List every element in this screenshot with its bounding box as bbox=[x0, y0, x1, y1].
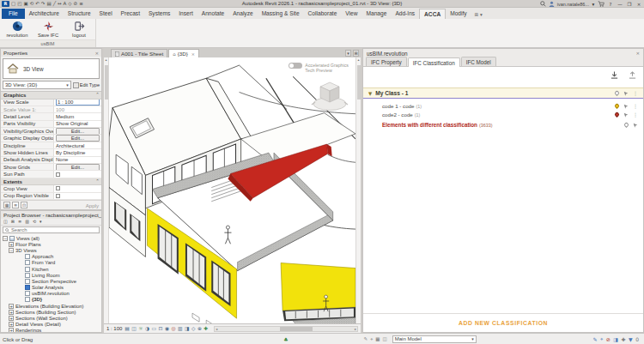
open-file-icon[interactable]: ◰ bbox=[17, 1, 21, 7]
filter-count[interactable]: 0 bbox=[635, 336, 639, 342]
undo-icon[interactable]: ↶ bbox=[35, 1, 39, 7]
visual-style-icon[interactable]: ◫ bbox=[131, 325, 136, 333]
cart-icon[interactable] bbox=[598, 1, 605, 7]
select-elements-icon[interactable] bbox=[623, 112, 629, 118]
type-selector[interactable]: 3D View bbox=[3, 58, 100, 79]
property-row[interactable]: Crop Region Visible bbox=[1, 193, 101, 200]
editable-only-icon[interactable]: ✎ bbox=[364, 336, 368, 342]
ribbon-tab[interactable]: Precast bbox=[117, 9, 144, 19]
graphics-section-header[interactable]: Graphicsˆ bbox=[1, 92, 101, 100]
properties-pin-icon[interactable]: ⊡ bbox=[21, 202, 27, 208]
measure-icon[interactable]: ╱ bbox=[53, 1, 56, 7]
property-row[interactable]: Default Analysis Display... None bbox=[1, 157, 101, 164]
color-drop-icon[interactable] bbox=[614, 90, 620, 96]
browser-settings-icon[interactable]: ▾ bbox=[39, 219, 42, 225]
tree-item[interactable]: + Sections (Wall Section) bbox=[1, 315, 101, 321]
tab-list-icon[interactable]: ▾ bbox=[345, 50, 351, 57]
property-checkbox[interactable] bbox=[56, 172, 60, 177]
property-row[interactable]: Parts Visibility Show Original bbox=[1, 121, 101, 128]
tree-item[interactable]: From Yard bbox=[1, 260, 101, 266]
tree-expander[interactable]: + bbox=[9, 310, 14, 315]
tree-expander[interactable]: + bbox=[9, 316, 14, 321]
tree-expander[interactable]: + bbox=[9, 328, 14, 332]
tree-expander[interactable]: + bbox=[9, 242, 14, 247]
tree-item[interactable]: Approach bbox=[1, 254, 101, 260]
properties-help-icon[interactable]: ▦ bbox=[3, 202, 10, 208]
tree-item[interactable]: Solar Analysis bbox=[1, 285, 101, 291]
user-avatar-icon[interactable] bbox=[549, 1, 555, 7]
classification-item[interactable]: code2 - code (1) ⋮ bbox=[382, 111, 638, 118]
tree-item[interactable]: Living Room bbox=[1, 272, 101, 278]
classification-item[interactable]: code 1 - code (1) ⋮ bbox=[382, 102, 638, 110]
apply-button[interactable]: Apply bbox=[86, 202, 99, 208]
show-crop-icon[interactable]: ⊡ bbox=[159, 325, 163, 333]
chevron-down-icon[interactable]: ▼ bbox=[368, 91, 372, 96]
property-checkbox[interactable] bbox=[56, 186, 60, 190]
tree-item[interactable]: − Views (all) bbox=[1, 235, 101, 241]
color-drop-icon[interactable] bbox=[614, 112, 620, 118]
property-row[interactable]: Visibility/Graphics Over... Edit... bbox=[1, 128, 101, 135]
ribbon-tab[interactable]: View bbox=[341, 9, 361, 19]
revit-logo-icon[interactable]: R bbox=[2, 1, 9, 7]
browser-sheet-icon[interactable]: ▥ bbox=[25, 219, 29, 225]
temporary-hide-icon[interactable]: ◉ bbox=[165, 325, 169, 333]
view-cube[interactable] bbox=[309, 76, 350, 112]
extents-section-header[interactable]: Extentsˆ bbox=[1, 178, 101, 186]
save-icon[interactable]: ▣ bbox=[23, 1, 27, 7]
constraints-icon[interactable]: ⊕ bbox=[197, 325, 202, 333]
tree-expander[interactable]: + bbox=[9, 304, 14, 309]
user-dropdown-caret-icon[interactable]: ▾ bbox=[592, 2, 595, 7]
different-classification-row[interactable]: Elements with different classification (… bbox=[363, 120, 643, 130]
select-underlay-filter-icon[interactable]: ⌖ bbox=[600, 335, 603, 342]
properties-close-icon[interactable]: × bbox=[94, 51, 99, 56]
classification-group-header[interactable]: ▼ My Class - 1 ⋮ bbox=[363, 88, 643, 99]
save-ifc-button[interactable]: Save IFC bbox=[34, 19, 62, 39]
reveal-hidden-icon[interactable]: ◎ bbox=[172, 325, 176, 333]
more-options-icon[interactable]: ⋮ bbox=[633, 112, 638, 118]
select-elements-icon[interactable] bbox=[623, 91, 629, 96]
select-links-filter-icon[interactable]: ✎ bbox=[592, 336, 597, 342]
usbim-tab[interactable]: IFC Model bbox=[461, 57, 496, 66]
design-options-dropdown[interactable]: Main Model ▾ bbox=[392, 335, 477, 343]
tree-item[interactable]: + Elevations (Building Elevation) bbox=[1, 303, 101, 309]
crop-view-icon[interactable]: ▭ bbox=[152, 325, 156, 333]
tree-item[interactable]: − 3D Views bbox=[1, 247, 101, 253]
ribbon-tab[interactable]: Massing & Site bbox=[258, 9, 304, 19]
tab-title-sheet[interactable]: A001 - Title Sheet bbox=[111, 49, 167, 57]
edit-type-button[interactable]: Edit Type bbox=[73, 82, 100, 88]
tree-item[interactable]: + Renderings bbox=[1, 328, 101, 332]
temporary-view-properties-icon[interactable]: ◨ bbox=[185, 325, 189, 333]
tree-expander[interactable]: + bbox=[9, 322, 14, 327]
filter-icon[interactable]: ▼ bbox=[629, 336, 633, 342]
thin-lines-icon[interactable]: ≡ bbox=[79, 1, 83, 7]
view-scale-button[interactable]: 1 : 100 bbox=[106, 326, 122, 331]
drawing-canvas[interactable]: ▴ ▴ Accelerated Graphics Tech Preview bbox=[104, 57, 361, 323]
more-options-icon[interactable]: ⋮ bbox=[633, 104, 638, 109]
ribbon-tab[interactable]: Collaborate bbox=[304, 9, 342, 19]
tree-item[interactable]: + Floor Plans bbox=[1, 241, 101, 247]
tree-expander[interactable]: − bbox=[3, 236, 8, 241]
yellow-wall-right[interactable] bbox=[281, 263, 355, 321]
vertical-scrollbar-right[interactable]: ▴ bbox=[355, 57, 361, 323]
file-tab[interactable]: File bbox=[2, 9, 25, 19]
ribbon-tab[interactable]: ACCA bbox=[419, 9, 446, 19]
analytical-model-icon[interactable]: ◇ bbox=[191, 325, 195, 333]
ribbon-tab[interactable]: Modify bbox=[446, 9, 471, 19]
ribbon-tab[interactable]: Analyze bbox=[228, 9, 257, 19]
new-file-icon[interactable]: ▢ bbox=[11, 1, 15, 7]
ribbon-tab[interactable]: Add-Ins bbox=[391, 9, 419, 19]
property-row[interactable]: Detail Level Medium bbox=[1, 113, 101, 120]
sync-icon[interactable]: ⟲ bbox=[30, 1, 34, 7]
property-row[interactable]: Sun Path bbox=[1, 171, 101, 178]
tree-item[interactable]: Kitchen bbox=[1, 266, 101, 272]
redo-icon[interactable]: ↷ bbox=[41, 1, 46, 7]
ribbon-tab[interactable]: Annotate bbox=[197, 9, 228, 19]
ribbon-tab[interactable]: Manage bbox=[362, 9, 392, 19]
tree-item[interactable]: {3D} bbox=[1, 297, 101, 303]
select-by-face-filter-icon[interactable]: ◨ bbox=[613, 336, 618, 342]
text-icon[interactable]: A bbox=[64, 1, 67, 7]
browser-refresh-icon[interactable]: ⟲ bbox=[33, 219, 36, 225]
ribbon-tab[interactable]: Structure bbox=[64, 9, 95, 19]
tree-expander[interactable]: − bbox=[9, 248, 14, 253]
tree-item[interactable]: Section Perspective bbox=[1, 278, 101, 284]
